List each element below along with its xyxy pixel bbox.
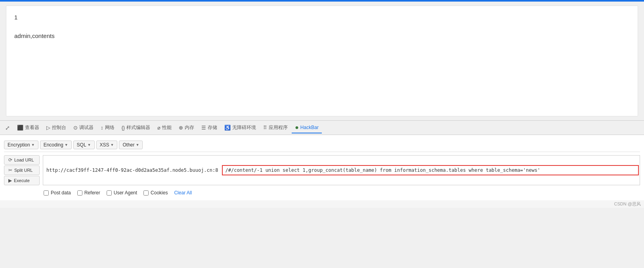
other-label: Other xyxy=(122,142,134,148)
tab-network[interactable]: ↕ 网络 xyxy=(97,123,118,133)
clear-all-button[interactable]: Clear All xyxy=(174,190,192,196)
encoding-arrow-icon: ▼ xyxy=(65,143,68,147)
tab-inspector[interactable]: ⬛ 查看器 xyxy=(14,123,42,133)
tab-application[interactable]: ⠿ 应用程序 xyxy=(260,123,291,133)
user-agent-option[interactable]: User Agent xyxy=(107,190,137,196)
hackbar-options-row: Post data Referer User Agent Cookies Cle… xyxy=(44,188,640,197)
cookies-checkbox[interactable] xyxy=(143,190,149,196)
referer-option[interactable]: Referer xyxy=(77,190,100,196)
xss-label: XSS xyxy=(100,142,109,148)
tab-memory-label: 内存 xyxy=(185,124,194,131)
tab-style-editor-label: 样式编辑器 xyxy=(126,124,150,131)
tab-hackbar-label: HackBar xyxy=(300,125,319,130)
page-line2: admin,contents xyxy=(14,32,630,39)
network-icon: ↕ xyxy=(101,125,103,131)
post-data-checkbox[interactable] xyxy=(44,190,49,196)
referer-checkbox[interactable] xyxy=(77,190,82,196)
tab-inspector-label: 查看器 xyxy=(25,124,39,131)
encryption-label: Encryption xyxy=(8,142,30,148)
hackbar-icon: ● xyxy=(295,124,299,131)
tab-storage[interactable]: ☰ 存储 xyxy=(198,123,220,133)
split-url-label: Split URL xyxy=(14,168,32,173)
split-url-button[interactable]: ✂ Split URL xyxy=(4,165,40,175)
other-arrow-icon: ▼ xyxy=(136,143,139,147)
tab-console-label: 控制台 xyxy=(52,124,66,131)
cookies-label: Cookies xyxy=(151,190,168,196)
tab-console[interactable]: ▷ 控制台 xyxy=(43,123,69,133)
tab-memory[interactable]: ⊕ 内存 xyxy=(176,123,197,133)
devtools-panel: ⤢ ⬛ 查看器 ▷ 控制台 ⊙ 调试器 ↕ 网络 {} 样式编辑器 ⌀ 性能 ⊕… xyxy=(0,120,644,200)
encoding-menu-button[interactable]: Encoding ▼ xyxy=(40,141,72,149)
execute-icon: ▶ xyxy=(8,178,12,183)
user-agent-checkbox[interactable] xyxy=(107,190,112,196)
hackbar-panel: Encryption ▼ Encoding ▼ SQL ▼ XSS ▼ Othe… xyxy=(0,135,644,200)
xss-menu-button[interactable]: XSS ▼ xyxy=(96,141,118,149)
attribution-text: CSDN @思风 xyxy=(614,201,641,206)
sql-menu-button[interactable]: SQL ▼ xyxy=(73,141,95,149)
inspector-icon: ⬛ xyxy=(17,125,23,131)
post-data-label: Post data xyxy=(51,190,71,196)
tab-accessibility-label: 无障碍环境 xyxy=(232,124,256,131)
execute-label: Execute xyxy=(14,178,30,183)
tab-debugger[interactable]: ⊙ 调试器 xyxy=(70,123,97,133)
tab-performance[interactable]: ⌀ 性能 xyxy=(154,123,175,133)
memory-icon: ⊕ xyxy=(179,125,183,131)
hackbar-toolbar: Encryption ▼ Encoding ▼ SQL ▼ XSS ▼ Othe… xyxy=(4,138,640,152)
tab-debugger-label: 调试器 xyxy=(79,124,94,131)
application-icon: ⠿ xyxy=(263,125,267,131)
load-url-button[interactable]: ⟳ Load URL xyxy=(4,155,40,165)
tab-storage-label: 存储 xyxy=(208,124,217,131)
browser-top-bar xyxy=(0,0,644,2)
post-data-option[interactable]: Post data xyxy=(44,190,71,196)
encoding-label: Encoding xyxy=(44,142,63,148)
load-url-label: Load URL xyxy=(14,158,34,162)
split-url-icon: ✂ xyxy=(8,167,12,173)
tab-performance-label: 性能 xyxy=(162,124,172,131)
console-icon: ▷ xyxy=(46,125,50,131)
tab-application-label: 应用程序 xyxy=(269,124,288,131)
sql-arrow-icon: ▼ xyxy=(88,143,91,147)
tab-network-label: 网络 xyxy=(105,124,115,131)
attribution: CSDN @思风 xyxy=(0,200,644,208)
cookies-option[interactable]: Cookies xyxy=(143,190,168,196)
hackbar-url-row: ⟳ Load URL ✂ Split URL ▶ Execute http://… xyxy=(4,155,640,185)
xss-arrow-icon: ▼ xyxy=(111,143,114,147)
encryption-menu-button[interactable]: Encryption ▼ xyxy=(4,141,38,149)
hackbar-url-input-container: http://cacf39ff-1247-4ff0-92ac-d0d2aa5e3… xyxy=(43,155,640,185)
performance-icon: ⌀ xyxy=(157,125,161,131)
tab-style-editor[interactable]: {} 样式编辑器 xyxy=(118,123,154,133)
execute-button[interactable]: ▶ Execute xyxy=(4,176,40,185)
devtools-tabs-row: ⤢ ⬛ 查看器 ▷ 控制台 ⊙ 调试器 ↕ 网络 {} 样式编辑器 ⌀ 性能 ⊕… xyxy=(0,121,644,135)
style-editor-icon: {} xyxy=(122,125,125,131)
tab-hackbar[interactable]: ● HackBar xyxy=(292,122,322,133)
url-base-text: http://cacf39ff-1247-4ff0-92ac-d0d2aa5e3… xyxy=(43,165,221,175)
storage-icon: ☰ xyxy=(201,125,206,131)
user-agent-label: User Agent xyxy=(114,190,137,196)
other-menu-button[interactable]: Other ▼ xyxy=(119,141,143,149)
referer-label: Referer xyxy=(84,190,100,196)
devtools-dock-icon[interactable]: ⤢ xyxy=(2,122,13,133)
page-line1: 1 xyxy=(14,14,630,21)
load-url-icon: ⟳ xyxy=(8,157,12,163)
debugger-icon: ⊙ xyxy=(73,125,78,131)
url-path-input[interactable] xyxy=(222,165,639,175)
sql-label: SQL xyxy=(77,142,86,148)
accessibility-icon: ♿ xyxy=(224,125,231,131)
tab-accessibility[interactable]: ♿ 无障碍环境 xyxy=(221,123,259,133)
hackbar-action-buttons: ⟳ Load URL ✂ Split URL ▶ Execute xyxy=(4,155,40,185)
encryption-arrow-icon: ▼ xyxy=(31,143,35,147)
page-content: 1 admin,contents xyxy=(6,6,638,116)
